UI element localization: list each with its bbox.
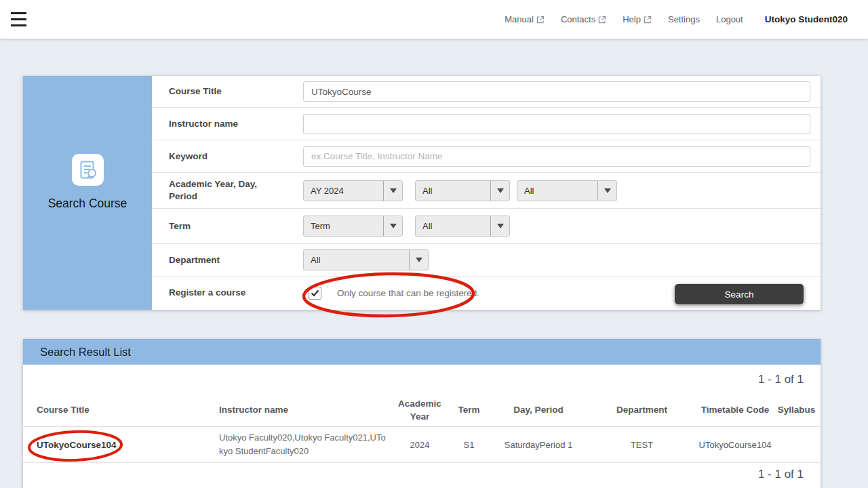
chevron-down-icon [597, 181, 616, 201]
cell-department: TEST [586, 440, 698, 450]
nav-help[interactable]: Help [623, 14, 652, 24]
course-title-label: Course Title [169, 85, 303, 98]
cell-academic-year: 2024 [393, 440, 447, 450]
registered-only-label: Only course that can be registered. [337, 288, 479, 298]
search-course-panel: Search Course Course Title Instructor na… [23, 76, 821, 310]
cell-day-period: SaturdayPeriod 1 [491, 440, 586, 450]
instructor-name-label: Instructor name [169, 118, 303, 130]
cell-term: S1 [447, 440, 491, 450]
form-row-term: Term Term All [152, 209, 821, 244]
nav-help-label: Help [623, 14, 641, 24]
period-select[interactable]: All [517, 180, 617, 201]
pagination-top: 1 - 1 of 1 [23, 365, 821, 394]
col-course-title: Course Title [23, 404, 219, 416]
menu-icon[interactable] [11, 12, 30, 27]
form-row-department: Department All [152, 244, 821, 277]
term-label: Term [169, 220, 303, 232]
table-row: UTokyoCourse104 Utokyo Faculty020,Utokyo… [23, 427, 821, 463]
keyword-label: Keyword [169, 150, 303, 163]
registered-only-checkbox[interactable] [309, 287, 321, 300]
external-link-icon [598, 16, 606, 24]
chevron-down-icon [383, 181, 402, 201]
term-type-select[interactable]: Term [303, 216, 403, 237]
cell-instructor-name: Utokyo Faculty020,Utokyo Faculty021,UTok… [219, 431, 393, 458]
top-bar: Manual Contacts Help Settings Logout Uto… [0, 0, 868, 39]
form-row-keyword: Keyword [152, 140, 821, 173]
chevron-down-icon [490, 216, 509, 236]
panel-title: Search Course [48, 197, 127, 211]
chevron-down-icon [383, 216, 402, 236]
nav-manual-label: Manual [505, 14, 534, 24]
nav-contacts[interactable]: Contacts [561, 14, 606, 24]
nav-manual[interactable]: Manual [505, 14, 545, 24]
nav-settings[interactable]: Settings [668, 14, 700, 24]
chevron-down-icon [490, 181, 509, 201]
pagination-bottom: 1 - 1 of 1 [23, 463, 821, 486]
search-results-panel: Search Result List 1 - 1 of 1 Course Tit… [23, 339, 821, 488]
results-table-header: Course Title Instructor name Academic Ye… [23, 394, 821, 427]
form-row-year-day-period: Academic Year, Day, Period AY 2024 All A… [152, 173, 821, 209]
cell-timetable-code: UTokyoCourse104 [698, 440, 772, 450]
nav-logout-label: Logout [716, 14, 743, 24]
instructor-name-input[interactable] [303, 114, 810, 134]
keyword-input[interactable] [303, 146, 810, 167]
results-title: Search Result List [40, 346, 131, 359]
form-row-instructor: Instructor name [152, 108, 821, 140]
term-value-select[interactable]: All [415, 216, 510, 237]
top-navigation: Manual Contacts Help Settings Logout Uto… [505, 14, 848, 24]
col-timetable-code: Timetable Code [698, 404, 772, 416]
search-form: Course Title Instructor name Keyword Aca… [152, 76, 821, 310]
search-course-icon [72, 154, 104, 186]
chevron-down-icon [409, 250, 428, 270]
academic-year-select[interactable]: AY 2024 [303, 180, 403, 201]
username: Utokyo Student020 [765, 14, 848, 24]
form-row-course-title: Course Title [152, 76, 821, 108]
col-academic-year: Academic Year [393, 398, 447, 422]
nav-settings-label: Settings [668, 14, 700, 24]
search-button[interactable]: Search [675, 284, 804, 304]
register-a-course-label: Register a course [169, 287, 303, 299]
col-department: Department [586, 404, 698, 416]
nav-logout[interactable]: Logout [716, 14, 743, 24]
department-label: Department [169, 254, 303, 266]
academic-year-day-period-label: Academic Year, Day, Period [169, 178, 303, 202]
checkmark-icon [311, 289, 319, 297]
external-link-icon [644, 16, 652, 24]
col-instructor-name: Instructor name [219, 404, 393, 416]
results-header: Search Result List [23, 339, 821, 365]
search-course-sidebar: Search Course [23, 76, 152, 310]
col-day-period: Day, Period [491, 404, 586, 416]
department-select[interactable]: All [303, 249, 429, 270]
nav-contacts-label: Contacts [561, 14, 595, 24]
col-term: Term [447, 404, 491, 416]
day-select[interactable]: All [415, 180, 510, 201]
col-syllabus: Syllabus [772, 404, 821, 416]
cell-course-title[interactable]: UTokyoCourse104 [23, 440, 219, 450]
external-link-icon [536, 16, 545, 24]
course-title-input[interactable] [303, 81, 810, 102]
